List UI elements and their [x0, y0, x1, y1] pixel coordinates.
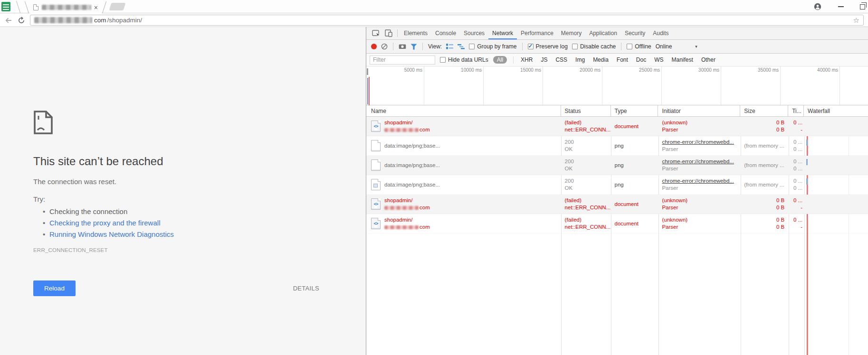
time-latency: 0 ...	[793, 146, 802, 153]
preserve-log-checkbox[interactable]: Preserve log	[528, 43, 568, 50]
column-header-initiator[interactable]: Initiator	[658, 105, 740, 116]
status-code: (failed)	[565, 119, 611, 126]
initiator-link[interactable]: chrome-error://chromewebd...	[662, 178, 740, 185]
filter-input[interactable]	[370, 56, 435, 65]
error-suggestion-link[interactable]: Running Windows Network Diagnostics	[33, 229, 319, 240]
network-request-row[interactable]: shopadmin/com(failed)net::ERR_CONN...doc…	[366, 117, 868, 136]
group-by-frame-label: Group by frame	[477, 43, 516, 50]
tab-title-redacted	[42, 5, 91, 10]
error-title: This site can’t be reached	[33, 155, 319, 168]
inspect-element-icon[interactable]	[370, 27, 382, 39]
ruler-segment: 30000 ms	[662, 66, 721, 105]
window-restore-icon[interactable]	[860, 4, 865, 9]
devtools-panel: ElementsConsoleSourcesNetworkPerformance…	[366, 27, 868, 355]
devtools-tab-memory[interactable]: Memory	[557, 27, 585, 39]
initiator-type: Parser	[662, 146, 740, 153]
hide-data-urls-box[interactable]	[440, 57, 446, 63]
filter-type-all[interactable]: All	[493, 56, 507, 64]
capture-screenshots-icon[interactable]	[399, 44, 406, 49]
group-by-frame-box[interactable]	[469, 44, 475, 49]
status-cell: 200OK	[561, 136, 611, 155]
filter-type-ws[interactable]: WS	[653, 56, 664, 64]
document-code-icon	[371, 121, 381, 132]
hide-data-urls-checkbox[interactable]: Hide data URLs	[440, 56, 488, 63]
back-arrow-icon[interactable]	[4, 16, 13, 25]
url-input[interactable]: com /shopadmin/ ☆	[30, 15, 864, 26]
filter-funnel-icon[interactable]	[410, 44, 417, 50]
column-header-type[interactable]: Type	[611, 105, 658, 116]
bookmark-star-icon[interactable]: ☆	[853, 17, 859, 24]
table-header-row: NameStatusTypeInitiatorSizeTi...Waterfal…	[366, 105, 868, 117]
devtools-tab-performance[interactable]: Performance	[517, 27, 557, 39]
disable-cache-box[interactable]	[572, 44, 578, 49]
error-suggestion-link[interactable]: Checking the proxy and the firewall	[33, 217, 319, 229]
initiator-type: Parser	[662, 204, 740, 211]
column-header-size[interactable]: Size	[740, 105, 788, 116]
throttling-value: Online	[656, 43, 672, 50]
request-name: shopadmin/	[384, 119, 430, 126]
column-header-name[interactable]: Name	[366, 105, 561, 116]
network-request-row[interactable]: data:image/png;base...200OKpngchrome-err…	[366, 156, 868, 175]
network-filter-bar: Hide data URLs AllXHRJSCSSImgMediaFontDo…	[366, 54, 868, 66]
network-request-row[interactable]: data:image/png;base...200OKpngchrome-err…	[366, 136, 868, 156]
request-name-cell: data:image/png;base...	[366, 175, 561, 194]
throttling-select[interactable]: Online ▼	[656, 43, 698, 50]
group-by-frame-checkbox[interactable]: Group by frame	[469, 43, 516, 50]
reload-icon[interactable]	[17, 16, 26, 25]
column-header-waterfall[interactable]: Waterfall	[804, 105, 868, 116]
record-icon[interactable]	[371, 44, 377, 49]
initiator-link[interactable]: chrome-error://chromewebd...	[662, 139, 740, 146]
filter-type-img[interactable]: Img	[574, 56, 586, 64]
filter-type-xhr[interactable]: XHR	[520, 56, 534, 64]
url-redacted-segment	[34, 17, 92, 23]
filter-type-media[interactable]: Media	[592, 56, 610, 64]
overview-view-icon[interactable]	[458, 44, 465, 49]
pinned-tab-sheet-icon[interactable]	[1, 2, 10, 11]
clear-icon[interactable]	[381, 43, 388, 50]
file-icon	[371, 140, 381, 151]
request-domain-line: com	[384, 126, 430, 133]
browser-tab[interactable]: ×	[29, 1, 102, 13]
network-request-row[interactable]: shopadmin/com(failed)net::ERR_CONN...doc…	[366, 214, 868, 234]
network-request-row[interactable]: data:image/png;base...200OKpngchrome-err…	[366, 175, 868, 195]
filter-type-js[interactable]: JS	[540, 56, 548, 64]
request-name-text: data:image/png;base...	[384, 142, 440, 149]
profile-icon[interactable]	[813, 2, 822, 11]
filter-type-manifest[interactable]: Manifest	[671, 56, 694, 64]
network-request-row[interactable]: shopadmin/com(failed)net::ERR_CONN...doc…	[366, 195, 868, 214]
column-header-ti[interactable]: Ti...	[788, 105, 804, 116]
devtools-tab-security[interactable]: Security	[621, 27, 649, 39]
initiator-link[interactable]: chrome-error://chromewebd...	[662, 158, 740, 165]
network-overview-timeline[interactable]: 5000 ms10000 ms15000 ms20000 ms25000 ms3…	[366, 66, 868, 105]
disable-cache-checkbox[interactable]: Disable cache	[572, 43, 616, 50]
filter-type-font[interactable]: Font	[616, 56, 629, 64]
offline-checkbox[interactable]: Offline	[627, 43, 651, 50]
devtools-tab-application[interactable]: Application	[585, 27, 621, 39]
devtools-tab-console[interactable]: Console	[431, 27, 460, 39]
filter-type-css[interactable]: CSS	[554, 56, 568, 64]
column-header-status[interactable]: Status	[561, 105, 611, 116]
initiator-cell: chrome-error://chromewebd...Parser	[658, 175, 740, 194]
request-name-cell: shopadmin/com	[366, 117, 561, 136]
filter-type-doc[interactable]: Doc	[635, 56, 647, 64]
offline-box[interactable]	[627, 44, 632, 49]
waterfall-cell	[804, 136, 868, 155]
type-value: png	[615, 162, 624, 168]
preserve-log-box[interactable]	[528, 44, 534, 49]
devtools-tab-audits[interactable]: Audits	[649, 27, 672, 39]
devtools-tab-sources[interactable]: Sources	[460, 27, 488, 39]
reload-button[interactable]: Reload	[33, 280, 76, 296]
devtools-tab-elements[interactable]: Elements	[400, 27, 431, 39]
devtools-tab-bar: ElementsConsoleSourcesNetworkPerformance…	[366, 27, 868, 40]
large-rows-view-icon[interactable]	[446, 44, 453, 49]
time-value: 0 ...	[793, 158, 802, 165]
tab-close-icon[interactable]: ×	[94, 4, 98, 11]
window-minimize-icon[interactable]	[838, 6, 844, 7]
status-code: (failed)	[565, 197, 611, 204]
error-code: ERR_CONNECTION_RESET	[33, 247, 319, 253]
filter-type-other[interactable]: Other	[700, 56, 716, 64]
details-button[interactable]: DETAILS	[293, 285, 319, 292]
new-tab-button[interactable]	[109, 3, 125, 10]
device-toolbar-icon[interactable]	[382, 27, 395, 39]
devtools-tab-network[interactable]: Network	[488, 27, 517, 39]
